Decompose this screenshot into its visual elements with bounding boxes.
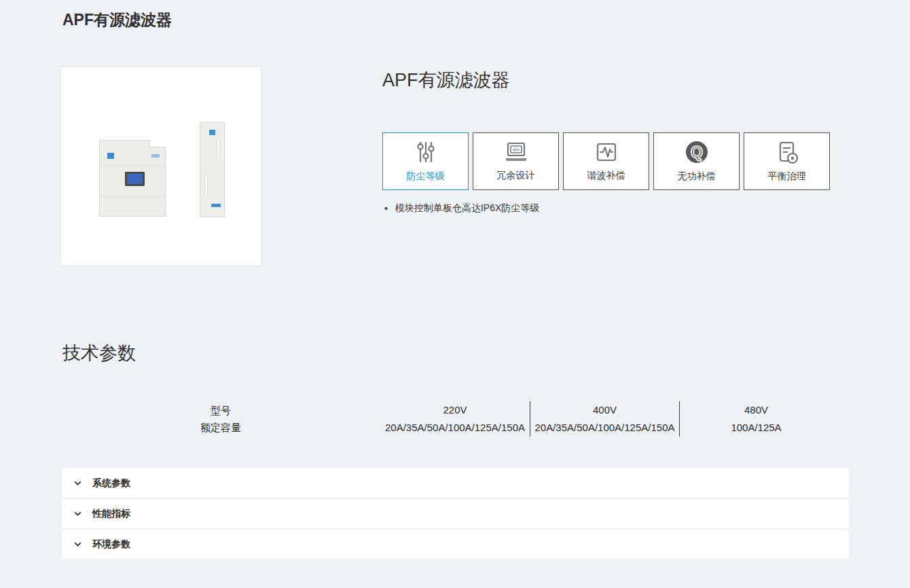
tab-redundant-design[interactable]: </> 冗余设计 — [473, 132, 559, 190]
bullet-item: • 模块控制单板仓高达IP6X防尘等级 — [384, 202, 539, 215]
product-image — [60, 66, 261, 266]
svg-text:</>: </> — [513, 147, 520, 152]
panel-slot — [217, 138, 220, 160]
bullet-dot: • — [384, 202, 388, 215]
panel-slot — [204, 176, 208, 198]
chevron-down-icon — [73, 539, 83, 549]
spec-header-table: 型号 额定容量 220V 20A/35A/50A/100A/125A/150A … — [61, 401, 849, 437]
spec-label-model: 型号 — [61, 401, 380, 419]
tab-label: 冗余设计 — [497, 170, 535, 182]
brand-logo — [107, 153, 114, 159]
laptop-code-icon: </> — [503, 141, 530, 164]
accordion-row-environment[interactable]: 环境参数 — [62, 530, 849, 559]
spec-row-label: 型号 额定容量 — [61, 401, 380, 437]
tab-label: 防尘等级 — [407, 170, 445, 183]
device-screen — [125, 172, 145, 186]
panel-label — [211, 204, 221, 207]
device-seam — [100, 196, 165, 197]
capacity-value: 20A/35A/50A/100A/125A/150A — [380, 419, 530, 437]
tab-label: 谐波补偿 — [587, 170, 625, 182]
feature-bullets: • 模块控制单板仓高达IP6X防尘等级 — [384, 202, 539, 215]
tab-reactive-compensation[interactable]: Q 无功补偿 — [653, 132, 740, 190]
doc-settings-icon — [774, 140, 800, 164]
accordion-label: 环境参数 — [92, 538, 130, 551]
tab-dust-rating[interactable]: 防尘等级 — [382, 132, 469, 190]
brand-logo — [209, 130, 215, 135]
product-heading: APF有源滤波器 — [382, 68, 510, 92]
device-seam — [100, 165, 165, 166]
product-device-main — [99, 147, 166, 217]
specs-heading: 技术参数 — [62, 341, 136, 365]
spec-col-400v: 400V 20A/35A/50A/100A/125A/150A — [530, 401, 679, 437]
spec-accordion: 系统参数 性能指标 环境参数 — [62, 468, 849, 560]
product-device-main-top — [99, 140, 150, 148]
accordion-row-system-params[interactable]: 系统参数 — [62, 468, 849, 498]
tab-harmonic-compensation[interactable]: 谐波补偿 — [563, 132, 649, 190]
accordion-row-performance[interactable]: 性能指标 — [62, 499, 849, 528]
tab-balance-control[interactable]: 平衡治理 — [744, 132, 830, 190]
spec-col-480v: 480V 100A/125A — [679, 401, 833, 437]
feature-tabs: 防尘等级 </> 冗余设计 谐波补偿 Q 无功补偿 — [382, 132, 830, 190]
svg-text:Q: Q — [691, 143, 703, 161]
accordion-label: 性能指标 — [92, 508, 130, 520]
voltage-value: 480V — [680, 401, 833, 419]
chevron-down-icon — [73, 509, 83, 519]
device-label — [151, 154, 160, 158]
voltage-value: 220V — [380, 401, 530, 419]
capacity-value: 100A/125A — [680, 419, 833, 437]
spec-col-220v: 220V 20A/35A/50A/100A/125A/150A — [380, 401, 530, 437]
spec-label-capacity: 额定容量 — [61, 419, 380, 437]
tab-label: 平衡治理 — [768, 170, 806, 183]
waveform-icon — [594, 141, 619, 164]
tab-label: 无功补偿 — [678, 170, 716, 183]
product-device-panel — [200, 122, 225, 217]
q-circle-icon: Q — [685, 140, 709, 164]
page-title: APF有源滤波器 — [62, 10, 172, 31]
voltage-value: 400V — [530, 401, 679, 419]
sliders-icon — [414, 140, 438, 164]
accordion-label: 系统参数 — [92, 477, 130, 490]
bullet-text: 模块控制单板仓高达IP6X防尘等级 — [395, 202, 539, 215]
capacity-value: 20A/35A/50A/100A/125A/150A — [530, 419, 679, 437]
chevron-down-icon — [73, 478, 83, 488]
